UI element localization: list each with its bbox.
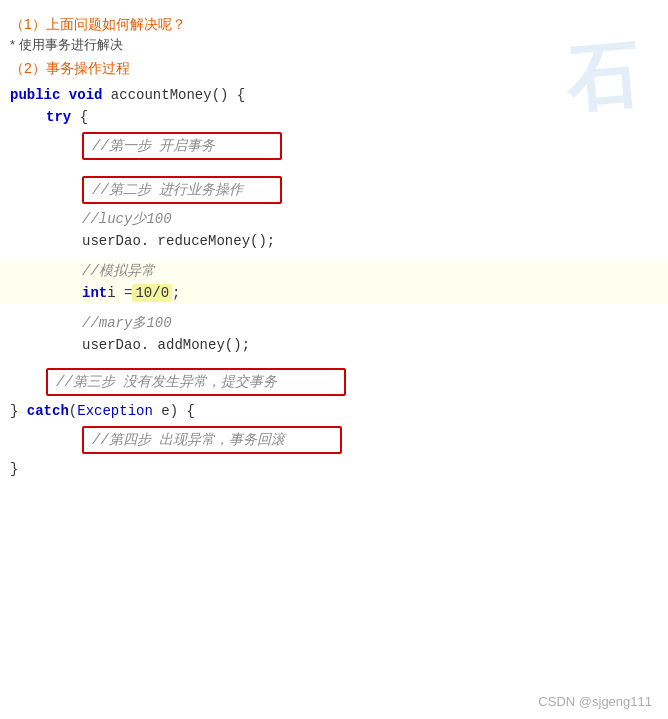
csdn-credit: CSDN @sjgeng111 <box>538 694 652 709</box>
catch-line: } catch ( Exception e) { <box>0 400 668 422</box>
method-name: accountMoney() { <box>111 87 245 103</box>
int-line: int i = 10/0 ; <box>0 282 668 304</box>
step4-box-wrapper: //第四步 出现异常，事务回滚 <box>0 422 668 458</box>
question-text: （1）上面问题如何解决呢？ <box>10 16 658 34</box>
close-try-brace: } <box>10 403 27 419</box>
step2-comment: //第二步 进行业务操作 <box>92 182 243 198</box>
catch-params: ( <box>69 403 77 419</box>
annotation-section: （1）上面问题如何解决呢？ * 使用事务进行解决 （2）事务操作过程 <box>0 12 668 84</box>
mary-comment: //mary多100 <box>82 314 172 332</box>
spacer1 <box>0 164 668 172</box>
step3-red-box: //第三步 没有发生异常，提交事务 <box>46 368 346 396</box>
try-open-line: try { <box>0 106 668 128</box>
step3-box-wrapper: //第三步 没有发生异常，提交事务 <box>0 364 668 400</box>
step2-red-box: //第二步 进行业务操作 <box>82 176 282 204</box>
lucy-comment: //lucy少100 <box>82 210 172 228</box>
step4-comment: //第四步 出现异常，事务回滚 <box>92 432 285 448</box>
lucy-comment-line: //lucy少100 <box>0 208 668 230</box>
code-area: public void accountMoney() { try { //第一步… <box>0 84 668 480</box>
simulate-exception-comment: //模拟异常 <box>82 262 155 280</box>
step3-comment: //第三步 没有发生异常，提交事务 <box>56 374 277 390</box>
reduce-money-line: userDao. reduceMoney(); <box>0 230 668 252</box>
page-container: 石 （1）上面问题如何解决呢？ * 使用事务进行解决 （2）事务操作过程 pub… <box>0 0 668 719</box>
answer-text: * 使用事务进行解决 <box>10 36 658 54</box>
keyword-void: void <box>69 87 103 103</box>
step2-box-wrapper: //第二步 进行业务操作 <box>0 172 668 208</box>
division-highlight: 10/0 <box>132 284 172 302</box>
spacer4 <box>0 356 668 364</box>
exception-var: e) { <box>153 403 195 419</box>
step4-red-box: //第四步 出现异常，事务回滚 <box>82 426 342 454</box>
keyword-public: public <box>10 87 60 103</box>
subtitle-text: （2）事务操作过程 <box>10 60 658 78</box>
spacer2 <box>0 252 668 260</box>
keyword-try: try <box>46 109 71 125</box>
keyword-catch: catch <box>27 403 69 419</box>
reduce-money-call: userDao. reduceMoney(); <box>82 233 275 249</box>
try-brace: { <box>80 109 88 125</box>
step1-red-box: //第一步 开启事务 <box>82 132 282 160</box>
division-value: 10/0 <box>135 285 169 301</box>
var-assign: i = <box>107 285 132 301</box>
close-brace: } <box>10 461 18 477</box>
step1-comment: //第一步 开启事务 <box>92 138 215 154</box>
keyword-int: int <box>82 285 107 301</box>
step1-box-wrapper: //第一步 开启事务 <box>0 128 668 164</box>
exception-type: Exception <box>77 403 153 419</box>
semicolon: ; <box>172 285 180 301</box>
simulate-exception-comment-line: //模拟异常 <box>0 260 668 282</box>
add-money-line: userDao. addMoney(); <box>0 334 668 356</box>
method-signature-line: public void accountMoney() { <box>0 84 668 106</box>
close-brace-line: } <box>0 458 668 480</box>
mary-comment-line: //mary多100 <box>0 312 668 334</box>
add-money-call: userDao. addMoney(); <box>82 337 250 353</box>
spacer3 <box>0 304 668 312</box>
